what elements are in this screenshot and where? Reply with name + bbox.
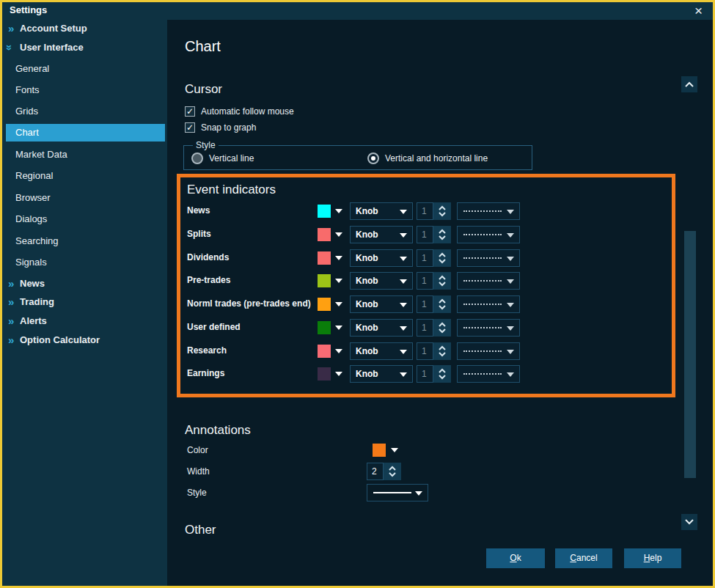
cancel-button[interactable]: Cancel [555,548,612,568]
sidebar-item-trading[interactable]: » Trading [2,293,167,311]
scroll-up-button[interactable] [681,76,697,92]
annotation-width-value: 2 [367,463,384,480]
chevron-down-icon [507,350,514,354]
chevron-down-icon [400,372,407,377]
width-value: 1 [417,202,433,220]
window-title: Settings [10,4,47,15]
dashed-line-preview [463,327,502,328]
sidebar-item-general[interactable]: General [2,60,167,78]
dashed-line-preview [463,234,502,235]
checkbox-automatic-follow-mouse[interactable]: ✓ Automatic follow mouse [185,106,294,117]
line-style-select[interactable] [457,272,520,290]
color-swatch [318,345,331,358]
width-stepper[interactable] [433,272,451,290]
chevron-up-icon [388,465,397,471]
chevron-down-icon [335,279,342,283]
width-stepper[interactable] [433,202,451,220]
chevron-down-icon [438,374,447,381]
width-stepper[interactable] [433,342,451,360]
line-style-select[interactable] [457,202,520,220]
width-stepper[interactable] [433,295,451,313]
chevron-down-icon [400,326,407,331]
chevron-down-icon [400,233,407,238]
checkbox-checked-icon[interactable]: ✓ [185,122,195,133]
color-swatch [318,205,331,218]
radio-unselected-icon[interactable] [191,152,203,164]
color-swatch-dropdown[interactable] [318,321,348,334]
color-swatch [318,367,331,381]
sidebar-item-dialogs[interactable]: Dialogs [2,210,167,228]
annotation-color-dropdown[interactable] [373,444,403,457]
line-style-select[interactable] [457,249,520,267]
sidebar-item-searching[interactable]: Searching [2,232,167,250]
sidebar-item-regional[interactable]: Regional [2,167,167,185]
width-stepper[interactable] [433,249,451,267]
chevron-down-icon [438,351,447,358]
color-swatch-dropdown[interactable] [318,251,348,265]
chevron-up-icon [438,228,447,235]
sidebar-item-option-calculator[interactable]: » Option Calculator [2,331,167,349]
color-swatch-dropdown[interactable] [318,345,348,358]
width-value: 1 [417,295,433,313]
annotation-width-stepper[interactable] [384,463,401,480]
color-swatch-dropdown[interactable] [318,298,348,311]
color-swatch [318,321,331,334]
marker-style-select[interactable]: Knob [350,226,413,243]
sidebar-item-user-interface[interactable]: » User Interface [2,39,167,56]
marker-style-select[interactable]: Knob [350,272,413,290]
chevron-up-icon [438,251,447,258]
sidebar-item-signals[interactable]: Signals [2,254,167,271]
marker-style-select[interactable]: Knob [350,249,413,267]
line-style-select[interactable] [457,319,520,337]
scroll-down-button[interactable] [681,514,697,530]
color-swatch-dropdown[interactable] [318,274,348,287]
checkbox-snap-to-graph[interactable]: ✓ Snap to graph [185,122,256,133]
radio-vertical-and-horizontal-line[interactable]: Vertical and horizontal line [367,152,488,165]
chevron-down-icon [335,372,342,376]
chevron-down-icon [400,350,407,354]
help-button[interactable]: Help [624,548,681,568]
sidebar-item-chart[interactable]: Chart [6,124,165,142]
annotation-style-select[interactable] [367,484,428,501]
dashed-line-preview [463,304,502,305]
checkbox-checked-icon[interactable]: ✓ [185,106,195,117]
sidebar-item-account-setup[interactable]: » Account Setup [2,20,167,37]
marker-style-select[interactable]: Knob [350,202,413,220]
chevron-down-icon [391,448,398,452]
chevron-down-icon [335,302,342,306]
sidebar-item-alerts[interactable]: » Alerts [2,312,167,330]
width-value: 1 [417,365,433,383]
line-style-select[interactable] [457,295,520,313]
event-row-user-defined: User defined Knob 1 [167,319,681,337]
sidebar-item-news[interactable]: » News [2,275,167,293]
color-swatch-dropdown[interactable] [318,228,348,241]
dashed-line-preview [463,350,502,352]
line-style-select[interactable] [457,342,520,360]
marker-style-select[interactable]: Knob [350,319,413,337]
radio-vertical-line[interactable]: Vertical line [191,152,254,165]
width-stepper[interactable] [433,365,451,383]
width-stepper[interactable] [433,319,451,337]
line-style-select[interactable] [457,226,520,243]
sidebar-item-market-data[interactable]: Market Data [2,146,167,163]
marker-style-select[interactable]: Knob [350,295,413,313]
sidebar-item-fonts[interactable]: Fonts [2,81,167,99]
marker-style-select[interactable]: Knob [350,365,413,383]
annotation-color-label: Color [187,445,208,455]
event-row-norml-trades: Norml trades (pre-trades end) Knob 1 [167,295,681,313]
marker-style-select[interactable]: Knob [350,342,413,360]
sidebar-item-grids[interactable]: Grids [2,103,167,120]
sidebar-item-browser[interactable]: Browser [2,189,167,207]
radio-selected-icon[interactable] [367,152,379,164]
line-style-select[interactable] [457,365,520,383]
chevron-down-icon [400,303,407,307]
close-icon[interactable]: × [694,2,703,20]
ok-button[interactable]: Ok [486,548,545,568]
scrollbar-thumb[interactable] [684,231,696,478]
chevron-down-icon [400,279,407,284]
scrollable-content: Chart Cursor ✓ Automatic follow mouse ✓ … [167,20,713,534]
width-stepper[interactable] [433,226,451,243]
width-value: 1 [417,249,433,267]
color-swatch-dropdown[interactable] [318,367,348,381]
color-swatch-dropdown[interactable] [318,205,348,218]
